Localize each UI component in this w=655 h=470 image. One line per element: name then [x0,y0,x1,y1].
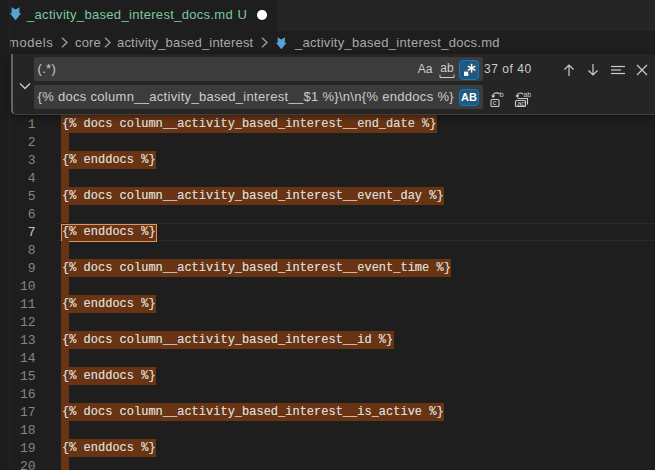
svg-text:ac: ac [517,99,525,108]
svg-text:c: c [493,98,497,107]
svg-text:b: b [499,91,503,99]
